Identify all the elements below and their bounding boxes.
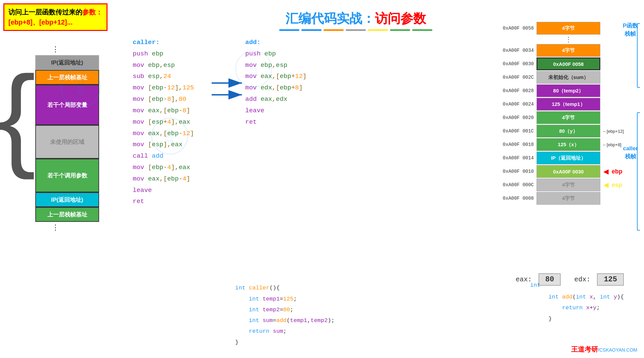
stack-cell-unused: 未使用的区域: [35, 125, 99, 159]
underline-1: [279, 29, 299, 31]
underline-2: [301, 29, 321, 31]
c-caller-code: int caller(){ int temp1=125; int temp2=8…: [235, 283, 335, 348]
asm-line-2: mov ebp,esp: [133, 60, 194, 71]
ebp-pointer: ◄ ebp: [602, 166, 622, 177]
mem-label-ebp8: ←[ebp+8]: [600, 142, 621, 147]
add-label: add:: [245, 37, 307, 48]
mem-addr-0030: 0xA00F 0030: [501, 61, 536, 67]
brand-name: 王道考研: [571, 346, 598, 353]
c-add-line1: int add(int x, int y){: [549, 292, 624, 303]
mem-addr-0018: 0xA00F 0018: [501, 142, 536, 147]
detected-int: int: [530, 282, 541, 288]
mem-row-0014: 0xA00F 0014 IP（返回地址）: [501, 152, 629, 164]
caller-label: caller:: [133, 37, 194, 48]
mem-addr-0010: 0xA00F 0010: [501, 169, 536, 174]
c-caller-line5: return sum;: [235, 326, 335, 337]
mem-addr-0024: 0xA00F 0024: [501, 102, 536, 107]
stack-row-ip-bottom: IP(返回地址): [22, 192, 99, 207]
mem-cell-001c: 80（y）: [536, 125, 600, 137]
stack-cell-ip-top: IP(返回地址): [35, 55, 99, 70]
page-title: 汇编代码实战：访问参数: [168, 10, 543, 27]
mem-cell-0008: 4字节: [536, 192, 600, 205]
mem-row-0034: 0xA00F 0034 4字节: [501, 44, 629, 57]
mem-row-0030: 0xA00F 0030 0xA00F 0058: [501, 57, 629, 70]
brand-url: /CSKAOYAN.COM: [598, 347, 637, 353]
add-line-7: ret: [245, 117, 307, 128]
p-frame-label: P函数栈帧: [623, 22, 638, 38]
mem-row-000c: 0xA00F 000C 4字节 ◄ esp: [501, 178, 629, 191]
title-underline: [168, 29, 543, 31]
watermark-bg-3: 王道智慧考研: [235, 50, 272, 87]
esp-pointer: ◄ esp: [602, 180, 622, 190]
mem-row-0008: 0xA00F 0008 4字节: [501, 192, 629, 205]
asm-line-11: mov [ebp-4],eax: [133, 162, 194, 173]
add-line-6: leave: [245, 105, 307, 117]
mem-cell-000c: 4字节: [536, 178, 600, 191]
c-add-line2: return x+y;: [549, 303, 624, 313]
mem-cell-0030: 0xA00F 0058: [536, 57, 600, 70]
edx-label: edx:: [574, 276, 590, 283]
mem-row-0018: 0xA00F 0018 125（x） ←[ebp+8]: [501, 138, 629, 151]
underline-7: [412, 29, 432, 31]
edx-value: 125: [597, 273, 624, 286]
c-add-line3: }: [549, 314, 624, 324]
c-caller-line6: }: [235, 337, 335, 348]
mem-addr-000c: 0xA00F 000C: [501, 182, 536, 188]
mem-row-0024: 0xA00F 0024 125（temp1）: [501, 98, 629, 111]
annotation-line2: [ebp+8]、[ebp+12]...: [8, 18, 73, 26]
eax-value: 80: [539, 273, 561, 286]
annotation-box: 访问上一层函数传过来的参数： [ebp+8]、[ebp+12]...: [3, 3, 108, 31]
mem-row-0028: 0xA00F 0028 80（temp2）: [501, 84, 629, 97]
mem-addr-002c: 0xA00F 002C: [501, 75, 536, 80]
mem-addr-0020: 0xA00F 0020: [501, 115, 536, 120]
mem-row-0058: 0xA00F 0058 4字节: [501, 22, 629, 35]
underline-4: [346, 29, 366, 31]
c-caller-line1: int caller(){: [235, 283, 335, 293]
stack-row-frame-base-bottom: 上一层栈帧基址: [22, 207, 99, 222]
mem-addr-0008: 0xA00F 0008: [501, 196, 536, 201]
title-area: 汇编代码实战：访问参数: [168, 10, 543, 31]
mem-label-ebp12: ←[ebp+12]: [600, 129, 624, 134]
watermark-bg-1: 王道智慧考研: [60, 67, 101, 108]
mem-cell-0020: 4字节: [536, 111, 600, 124]
mem-cell-0018: 125（x）: [536, 138, 600, 151]
stack-cell-frame-base-bottom: 上一层栈帧基址: [35, 207, 99, 222]
stack-cell-params: 若干个调用参数: [35, 159, 99, 192]
mem-addr-001c: 0xA00F 001C: [501, 128, 536, 134]
underline-5: [368, 29, 388, 31]
asm-line-13: leave: [133, 185, 194, 196]
c-caller-line4: int sum=add(temp1,temp2);: [235, 315, 335, 326]
mem-cell-0010: 0xA00F 0030: [536, 165, 600, 178]
asm-line-1: push ebp: [133, 48, 194, 60]
asm-line-12: mov eax,[ebp-4]: [133, 173, 194, 185]
caller-frame-label: caller栈帧: [623, 145, 638, 161]
c-caller-line2: int temp1=125;: [235, 294, 335, 305]
mem-row-002c: 0xA00F 002C 未初始化（sum）: [501, 71, 629, 84]
mem-row-001c: 0xA00F 001C 80（y） ←[ebp+12]: [501, 125, 629, 137]
c-add-code: int add(int x, int y){ return x+y; }: [549, 292, 624, 324]
title-main: 汇编代码实战：: [286, 11, 375, 26]
add-line-5: add eax,edx: [245, 94, 307, 105]
mem-addr-0028: 0xA00F 0028: [501, 88, 536, 93]
stack-cell-ip-bottom: IP(返回地址): [35, 192, 99, 207]
c-caller-line3: int temp2=80;: [235, 305, 335, 315]
asm-line-14: ret: [133, 196, 194, 207]
underline-6: [390, 29, 410, 31]
mem-dots-top: ⋮: [501, 35, 629, 43]
asm-line-5: mov [ebp-8],80: [133, 94, 194, 105]
asm-line-3: sub esp,24: [133, 71, 194, 82]
mem-row-0010: 0xA00F 0010 0xA00F 0030 ◄ ebp: [501, 165, 629, 178]
mem-cell-0034: 4字节: [536, 44, 600, 57]
mem-addr-0034: 0xA00F 0034: [501, 48, 536, 53]
mem-cell-0028: 80（temp2）: [536, 84, 600, 97]
mem-row-0020: 0xA00F 0020 4字节: [501, 111, 629, 124]
watermark-bg-2: 王道智慧考研: [151, 118, 188, 155]
mem-addr-0058: 0xA00F 0058: [501, 26, 536, 31]
stack-dots-bottom: ⋮: [22, 222, 89, 233]
mem-cell-0024: 125（temp1）: [536, 98, 600, 111]
mem-cell-002c: 未初始化（sum）: [536, 71, 600, 84]
caller-frame-bracket: [634, 111, 641, 232]
eax-label: eax:: [516, 276, 532, 283]
underline-3: [324, 29, 344, 31]
stack-brace: {: [0, 59, 36, 173]
